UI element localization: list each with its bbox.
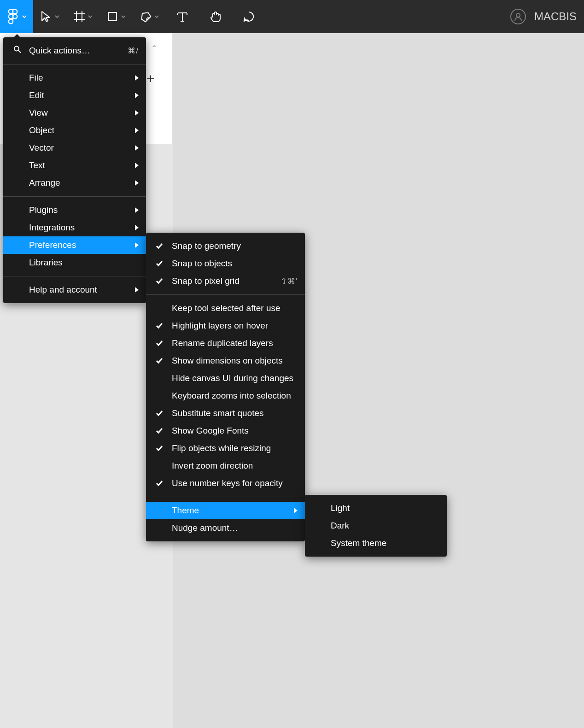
menu-item-help-account[interactable]: Help and account <box>3 281 146 299</box>
menu-item-preferences[interactable]: Preferences <box>3 236 146 254</box>
menu-item-arrange[interactable]: Arrange <box>3 174 146 192</box>
check-icon <box>155 322 164 330</box>
menu-item-snap-objects[interactable]: Snap to objects <box>146 255 305 272</box>
chevron-down-icon <box>154 14 159 19</box>
chevron-down-icon <box>22 14 27 19</box>
menu-item-integrations[interactable]: Integrations <box>3 219 146 236</box>
search-icon <box>13 46 22 56</box>
menu-item-libraries[interactable]: Libraries <box>3 254 146 271</box>
team-name[interactable]: MACBIS <box>534 10 577 23</box>
hand-icon <box>209 10 222 23</box>
menu-item-keyboard-zoom[interactable]: Keyboard zooms into selection <box>146 387 305 405</box>
menu-item-label: Theme <box>172 505 290 516</box>
cursor-icon <box>40 10 53 23</box>
menu-item-nudge-amount[interactable]: Nudge amount… <box>146 519 305 537</box>
menu-item-label: Show dimensions on objects <box>172 356 298 366</box>
menu-item-view[interactable]: View <box>3 104 146 122</box>
menu-item-hide-canvas-ui[interactable]: Hide canvas UI during changes <box>146 370 305 387</box>
submenu-arrow-icon <box>135 180 139 186</box>
menu-item-quick-actions[interactable]: Quick actions… ⌘/ <box>3 42 146 59</box>
check-icon <box>155 409 164 417</box>
menu-item-label: Help and account <box>29 285 131 295</box>
menu-item-label: Plugins <box>29 205 131 215</box>
submenu-arrow-icon <box>135 207 139 213</box>
submenu-arrow-icon <box>135 93 139 98</box>
menu-separator <box>146 294 305 295</box>
menu-item-label: Arrange <box>29 178 131 188</box>
text-tool-button[interactable] <box>166 0 199 33</box>
menu-item-label: System theme <box>331 538 439 548</box>
menu-item-label: Keyboard zooms into selection <box>172 391 298 401</box>
user-avatar[interactable] <box>510 9 526 24</box>
menu-separator <box>3 64 146 65</box>
panel-collapse-icon[interactable]: ⌃ <box>151 44 157 53</box>
menu-item-number-keys-opacity[interactable]: Use number keys for opacity <box>146 475 305 492</box>
submenu-arrow-icon <box>135 287 139 293</box>
hand-tool-button[interactable] <box>199 0 232 33</box>
menu-item-plugins[interactable]: Plugins <box>3 201 146 219</box>
add-page-button[interactable]: + <box>146 71 155 87</box>
main-menu: Quick actions… ⌘/ File Edit View Object … <box>3 37 146 303</box>
menu-item-vector[interactable]: Vector <box>3 139 146 157</box>
menu-item-label: Show Google Fonts <box>172 426 298 436</box>
menu-item-label: Object <box>29 125 131 135</box>
menu-item-label: Substitute smart quotes <box>172 408 298 418</box>
frame-tool-button[interactable] <box>66 0 99 33</box>
menu-item-label: View <box>29 108 131 118</box>
menu-item-label: Snap to geometry <box>172 241 298 251</box>
chevron-down-icon <box>88 14 93 19</box>
menu-item-label: Vector <box>29 143 131 153</box>
menu-item-flip-resizing[interactable]: Flip objects while resizing <box>146 440 305 457</box>
submenu-arrow-icon <box>135 163 139 168</box>
menu-item-invert-zoom[interactable]: Invert zoom direction <box>146 457 305 475</box>
menu-item-show-dimensions[interactable]: Show dimensions on objects <box>146 352 305 370</box>
move-tool-button[interactable] <box>33 0 66 33</box>
menu-item-keep-tool-selected[interactable]: Keep tool selected after use <box>146 299 305 317</box>
menu-item-theme-system[interactable]: System theme <box>305 534 447 552</box>
menu-separator <box>3 276 146 276</box>
check-icon <box>155 357 164 365</box>
comment-tool-button[interactable] <box>232 0 265 33</box>
check-icon <box>155 444 164 452</box>
menu-item-object[interactable]: Object <box>3 122 146 139</box>
menu-item-label: Hide canvas UI during changes <box>172 373 298 383</box>
menu-item-label: Preferences <box>29 240 131 250</box>
menu-item-highlight-layers[interactable]: Highlight layers on hover <box>146 317 305 335</box>
menu-item-label: Snap to objects <box>172 258 298 269</box>
menu-item-label: Libraries <box>29 258 139 268</box>
comment-icon <box>242 10 255 23</box>
menu-item-edit[interactable]: Edit <box>3 87 146 104</box>
svg-rect-5 <box>108 12 117 21</box>
submenu-arrow-icon <box>135 145 139 151</box>
menu-item-file[interactable]: File <box>3 69 146 87</box>
menu-item-label: Flip objects while resizing <box>172 443 298 453</box>
menu-separator <box>3 196 146 197</box>
submenu-arrow-icon <box>135 242 139 248</box>
menu-item-label: Edit <box>29 90 131 100</box>
menu-item-google-fonts[interactable]: Show Google Fonts <box>146 422 305 440</box>
submenu-arrow-icon <box>135 110 139 116</box>
toolbar-right: MACBIS <box>510 9 584 24</box>
check-icon <box>155 427 164 435</box>
menu-item-theme-light[interactable]: Light <box>305 499 447 517</box>
pen-tool-button[interactable] <box>133 0 166 33</box>
menu-item-snap-geometry[interactable]: Snap to geometry <box>146 237 305 255</box>
submenu-arrow-icon <box>135 75 139 81</box>
menu-item-snap-pixel-grid[interactable]: Snap to pixel grid ⇧⌘' <box>146 272 305 290</box>
rectangle-icon <box>106 10 119 23</box>
figma-menu-button[interactable] <box>0 0 33 33</box>
menu-item-rename-duplicated[interactable]: Rename duplicated layers <box>146 335 305 352</box>
menu-item-label: Text <box>29 160 131 170</box>
menu-item-text[interactable]: Text <box>3 157 146 174</box>
shape-tool-button[interactable] <box>99 0 133 33</box>
frame-icon <box>73 10 86 23</box>
menu-item-label: Integrations <box>29 223 131 233</box>
menu-item-label: Light <box>331 503 439 513</box>
menu-item-theme[interactable]: Theme <box>146 502 305 519</box>
user-icon <box>514 12 523 21</box>
menu-item-smart-quotes[interactable]: Substitute smart quotes <box>146 405 305 422</box>
check-icon <box>155 479 164 487</box>
menu-item-theme-dark[interactable]: Dark <box>305 517 447 534</box>
menu-separator <box>146 497 305 497</box>
pen-icon <box>139 10 152 23</box>
